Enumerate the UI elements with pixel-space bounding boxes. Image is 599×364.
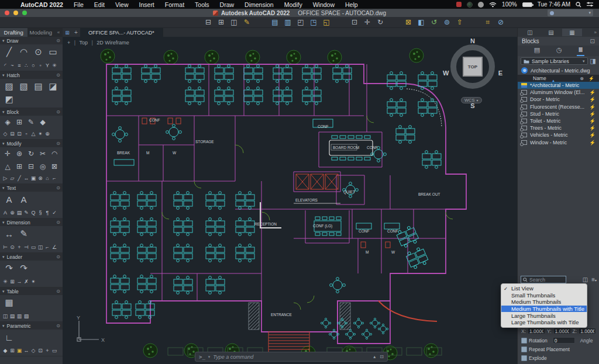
- gear-icon[interactable]: ⊙: [56, 72, 60, 78]
- hide-icon[interactable]: ▭: [51, 346, 58, 354]
- chevron-down-icon[interactable]: ▾: [208, 355, 211, 359]
- plot-icon[interactable]: ⊟: [202, 18, 215, 27]
- tab-overview-icon[interactable]: ⊞: [63, 30, 72, 36]
- paste-icon[interactable]: ⊠: [402, 18, 415, 27]
- brush-icon[interactable]: ⌐: [51, 174, 58, 182]
- edit-text-icon[interactable]: ✎: [23, 209, 30, 216]
- menu-item-list-view[interactable]: ✓List View: [501, 285, 587, 292]
- viewcube-top-face[interactable]: TOP: [463, 57, 483, 77]
- file-tab-active[interactable]: OFFICE SPA...- AUTOCAD*: [80, 28, 163, 37]
- hatch-edit-icon[interactable]: ◩: [2, 93, 16, 106]
- dimensional-icon[interactable]: ↔: [23, 346, 30, 354]
- viewcube-east[interactable]: E: [498, 70, 502, 77]
- arc-icon[interactable]: ◠: [16, 46, 31, 58]
- attribute-icon[interactable]: ◇: [2, 130, 9, 137]
- menu-item-insert[interactable]: Insert: [134, 1, 160, 8]
- block-list-item[interactable]: Window - Metric⚡: [518, 139, 599, 146]
- upload-icon[interactable]: ⇧: [453, 18, 466, 27]
- menu-item-modify[interactable]: Modify: [279, 1, 308, 8]
- tab-recent[interactable]: ◷: [555, 46, 564, 56]
- sync-icon[interactable]: △: [30, 130, 37, 137]
- polygon-icon[interactable]: ▫: [37, 61, 44, 69]
- search-input[interactable]: [529, 277, 563, 283]
- signin-avatar[interactable]: ▾: [548, 9, 593, 16]
- save-icon[interactable]: ◫: [228, 18, 240, 27]
- slope-icon[interactable]: ▷: [2, 174, 9, 182]
- menu-item-window[interactable]: Window: [308, 1, 340, 8]
- offset-icon[interactable]: ⊟: [25, 161, 37, 171]
- angle-input[interactable]: [553, 337, 575, 344]
- gear-icon[interactable]: ⊙: [56, 220, 60, 225]
- palette-section-header[interactable]: ▾Hatch⊙: [0, 71, 63, 79]
- radius-dim-icon[interactable]: ⊙: [9, 243, 16, 251]
- align-icon[interactable]: ▣: [30, 174, 37, 182]
- block-list-item[interactable]: Vehicles - Metric⚡: [518, 131, 599, 138]
- geometric-constraint-icon[interactable]: ∟: [2, 331, 16, 344]
- command-line[interactable]: >_ ▾ ▴ ⊡: [195, 352, 388, 362]
- rotate-icon[interactable]: ↻: [25, 148, 37, 158]
- center-mark-icon[interactable]: ◫: [37, 243, 44, 251]
- angular-dim-icon[interactable]: ∠: [51, 243, 58, 251]
- library-file-row[interactable]: ⊕ Architectural - Metric.dwg: [518, 66, 599, 75]
- control-center-icon[interactable]: [587, 2, 593, 7]
- tab-modeling[interactable]: Modeling: [27, 28, 55, 37]
- break-dim-icon[interactable]: ⌐: [44, 243, 51, 251]
- block-list-item[interactable]: Aluminum Window (El...⚡: [518, 89, 599, 96]
- menu-item-draw[interactable]: Draw: [215, 1, 240, 8]
- add-leader-icon[interactable]: ✳: [2, 278, 9, 285]
- sheet-set-icon[interactable]: ▤: [541, 29, 561, 36]
- ellipse-icon[interactable]: ○: [30, 61, 37, 69]
- palette-section-header[interactable]: ▾Dimension⊙: [0, 219, 63, 226]
- gear-icon[interactable]: ⊙: [56, 141, 60, 146]
- pan-icon[interactable]: ✛: [361, 18, 374, 27]
- block-list-item[interactable]: *Architectural - Metric: [518, 82, 599, 89]
- record-status-icon[interactable]: [456, 2, 462, 7]
- spotlight-icon[interactable]: [576, 2, 581, 8]
- spline-icon[interactable]: ~: [9, 61, 16, 69]
- helix-icon[interactable]: ✳: [51, 61, 58, 69]
- boundary-icon[interactable]: ◪: [46, 80, 60, 93]
- block-list-item[interactable]: Fluorescent (Recesse...⚡: [518, 103, 599, 110]
- batch-plot-icon[interactable]: ⌗: [481, 18, 494, 27]
- palette-section-header[interactable]: ▾Block⊙: [0, 108, 63, 116]
- model-space-canvas[interactable]: ⊞ + OFFICE SPA...- AUTOCAD* + | Top | 2D…: [63, 28, 517, 364]
- mline-icon[interactable]: ≡: [16, 61, 23, 69]
- menu-item-medium-thumbnails-with-title[interactable]: Medium Thumbnails with Title: [501, 306, 587, 313]
- viewport-menu-button[interactable]: +: [67, 40, 70, 46]
- window-select-icon[interactable]: ⊡: [348, 18, 361, 27]
- explode-checkbox[interactable]: [521, 355, 527, 361]
- collapse-palette-button[interactable]: «: [54, 28, 63, 37]
- break-icon[interactable]: ╱: [16, 174, 23, 182]
- tab-drafting[interactable]: Drafting: [0, 28, 27, 37]
- tab-current-drawing[interactable]: ▤: [532, 46, 542, 56]
- sync-icon[interactable]: ⊚: [440, 18, 453, 27]
- menu-item-dimension[interactable]: Dimension: [239, 1, 279, 8]
- palette-section-header[interactable]: ▾Leader⊙: [0, 253, 63, 261]
- lengthen-icon[interactable]: ↔: [23, 174, 30, 182]
- purge-icon[interactable]: ⊘: [494, 18, 507, 27]
- single-text-icon[interactable]: A: [2, 209, 9, 216]
- ordinate-icon[interactable]: +: [16, 243, 23, 251]
- gear-icon[interactable]: ⊙: [56, 323, 60, 328]
- trim-icon[interactable]: ✂: [37, 148, 49, 158]
- new-tab-button[interactable]: +: [72, 29, 80, 36]
- circle-icon[interactable]: ⊙: [31, 46, 46, 58]
- create-block-icon[interactable]: ⊞: [13, 117, 25, 127]
- palette-section-header[interactable]: ▾Draw⊙: [0, 37, 63, 44]
- scale-icon[interactable]: ◎: [37, 161, 49, 171]
- lock-icon[interactable]: ▣: [16, 346, 23, 354]
- menu-item-medium-thumbnails[interactable]: Medium Thumbnails: [501, 299, 587, 306]
- plot-preview-icon[interactable]: ⊞: [215, 18, 228, 27]
- hatch-pattern-icon[interactable]: ▨: [2, 80, 16, 93]
- parallel-icon[interactable]: ⊞: [9, 346, 16, 354]
- array-icon[interactable]: ⊞: [13, 161, 25, 171]
- block-list-item[interactable]: Stud - Metric⚡: [518, 110, 599, 117]
- coincident-icon[interactable]: ◆: [2, 346, 9, 354]
- manage-icon[interactable]: ⊕: [44, 130, 51, 137]
- style-icon[interactable]: §: [37, 209, 44, 216]
- library-dropdown[interactable]: Sample Libraries ▾: [521, 57, 588, 65]
- fillet-icon[interactable]: ◠: [49, 148, 60, 158]
- line-icon[interactable]: ╱: [2, 46, 16, 58]
- menu-item-small-thumbnails[interactable]: Small Thumbnails: [501, 292, 587, 299]
- viewport-view-control[interactable]: Top: [79, 40, 88, 46]
